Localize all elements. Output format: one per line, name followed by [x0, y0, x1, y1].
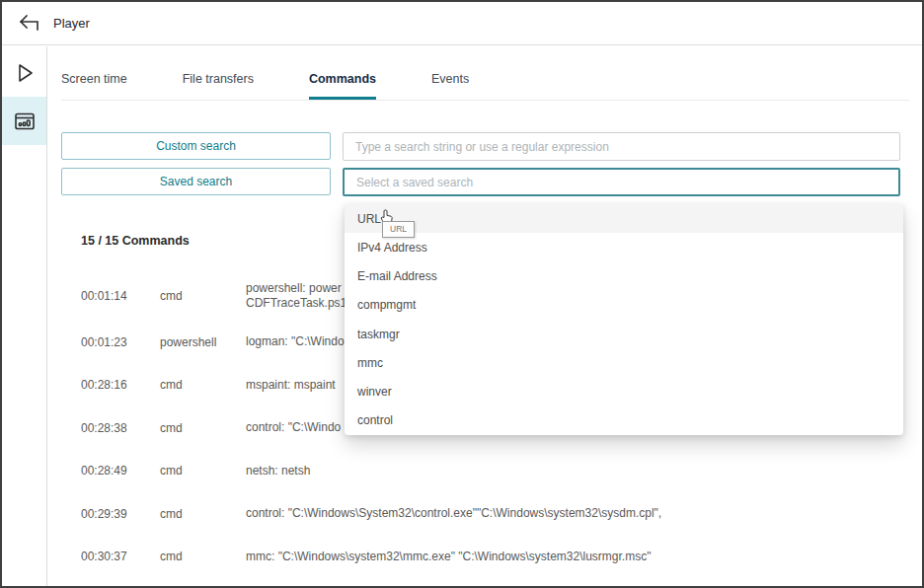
dropdown-item-compmgmt[interactable]: compmgmt	[345, 291, 903, 320]
row-time: 00:29:39	[81, 507, 160, 521]
dropdown-item-control[interactable]: control	[345, 406, 903, 435]
top-bar: Player	[2, 2, 922, 45]
row-process: powershell	[160, 335, 246, 349]
search-buttons: Custom search Saved search	[61, 132, 331, 196]
page-title: Player	[53, 16, 90, 31]
tab-label: Screen time	[61, 72, 127, 86]
sidebar	[2, 46, 47, 586]
dropdown-item-url[interactable]: URL	[345, 204, 903, 233]
tab-commands[interactable]: Commands	[309, 72, 376, 100]
dropdown-item-winver[interactable]: winver	[345, 378, 903, 406]
row-process: cmd	[160, 421, 246, 435]
table-row[interactable]: 00:30:37 cmd mmc: "C:\Windows\system32\m…	[81, 536, 922, 579]
search-inputs	[343, 132, 900, 196]
row-time: 00:01:23	[81, 335, 160, 349]
dropdown-item-label: mmc	[357, 356, 383, 370]
back-button[interactable]	[14, 9, 43, 38]
dropdown-item-ipv4-address[interactable]: IPv4 Address	[345, 233, 903, 261]
table-row[interactable]: 00:29:39 cmd control: "C:\Windows\System…	[81, 492, 922, 536]
table-row[interactable]: 00:28:49 cmd netsh: netsh	[81, 450, 922, 493]
tab-file-transfers[interactable]: File transfers	[183, 72, 254, 100]
row-time: 00:28:38	[81, 421, 160, 435]
dropdown-item-label: E-mail Address	[357, 269, 437, 283]
tab-label: File transfers	[183, 72, 254, 86]
dropdown-item-label: winver	[357, 385, 392, 399]
dropdown-item-e-mail-address[interactable]: E-mail Address	[345, 262, 903, 291]
activity-stats-icon	[13, 110, 37, 132]
sidebar-item-activity-stats[interactable]	[2, 97, 46, 145]
dropdown-item-label: compmgmt	[357, 298, 416, 312]
row-command: control: "C:\Windows\System32\control.ex…	[246, 506, 922, 521]
row-time: 00:01:14	[81, 289, 160, 303]
row-process: cmd	[160, 464, 246, 478]
row-time: 00:28:16	[81, 378, 160, 392]
row-command: netsh: netsh	[246, 464, 922, 478]
player-window: Player Screen timeFile transfersCommands…	[0, 0, 924, 588]
tab-screen-time[interactable]: Screen time	[61, 72, 127, 100]
dropdown-item-label: URL	[357, 212, 381, 226]
dropdown-item-label: taskmgr	[357, 328, 400, 341]
tab-events[interactable]: Events	[431, 72, 469, 100]
sidebar-item-player[interactable]	[2, 48, 46, 97]
dropdown-item-mmc[interactable]: mmc	[345, 348, 903, 377]
search-area: Custom search Saved search	[61, 132, 900, 196]
saved-search-dropdown: URLIPv4 AddressE-mail Addresscompmgmttas…	[345, 204, 903, 435]
row-process: cmd	[160, 289, 246, 303]
dropdown-item-label: IPv4 Address	[357, 241, 427, 255]
search-string-input[interactable]	[343, 132, 900, 161]
row-process: cmd	[160, 378, 246, 392]
dropdown-item-label: control	[357, 413, 393, 427]
row-process: cmd	[160, 507, 246, 521]
main-content: Screen timeFile transfersCommandsEvents …	[47, 46, 922, 586]
dropdown-item-taskmgr[interactable]: taskmgr	[345, 320, 903, 348]
back-arrow-icon	[16, 13, 41, 35]
tab-label: Commands	[309, 72, 376, 86]
custom-search-button[interactable]: Custom search	[61, 132, 331, 160]
row-process: cmd	[160, 550, 246, 563]
saved-search-input[interactable]	[343, 168, 900, 196]
row-time: 00:30:37	[81, 550, 160, 563]
play-icon	[13, 61, 37, 85]
dropdown-list: URLIPv4 AddressE-mail Addresscompmgmttas…	[345, 204, 903, 435]
saved-search-button[interactable]: Saved search	[61, 168, 331, 195]
commands-count-summary: 15 / 15 Commands	[81, 234, 190, 248]
row-time: 00:28:49	[81, 464, 160, 478]
tab-bar: Screen timeFile transfersCommandsEvents	[61, 46, 910, 101]
tab-label: Events	[431, 72, 469, 86]
row-command: mmc: "C:\Windows\system32\mmc.exe" "C:\W…	[246, 550, 922, 564]
